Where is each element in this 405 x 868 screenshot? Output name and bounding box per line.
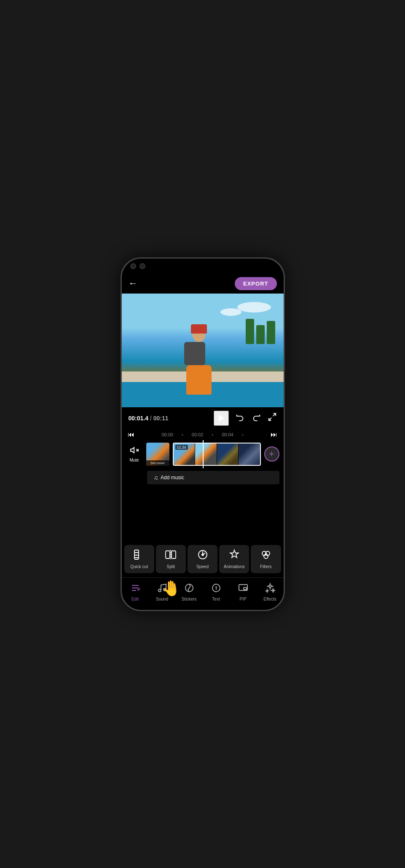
- stickers-icon: [184, 583, 194, 596]
- add-music-button[interactable]: ♫ Add music: [147, 471, 279, 484]
- nav-label-sound: Sound: [156, 597, 168, 601]
- person-hat: [191, 324, 207, 334]
- time-display: 00:01.4 / 00:11: [129, 415, 169, 422]
- play-button[interactable]: [214, 411, 229, 426]
- video-scene: [122, 294, 284, 407]
- svg-line-1: [273, 414, 275, 416]
- person: [180, 327, 218, 395]
- person-body: [186, 329, 212, 395]
- cloud-1: [237, 302, 271, 312]
- set-cover-thumbnail[interactable]: Set cover: [146, 443, 169, 466]
- music-icon: ♫: [154, 474, 158, 481]
- pip-icon: [238, 583, 248, 596]
- svg-point-24: [164, 588, 166, 591]
- camera-notch: [130, 263, 145, 269]
- cloud-2: [220, 308, 241, 316]
- camera-dot-right: [139, 263, 145, 269]
- svg-point-23: [158, 589, 161, 592]
- split-icon: [165, 549, 176, 563]
- fullscreen-icon[interactable]: [268, 412, 277, 424]
- tool-animations[interactable]: Animations: [219, 545, 249, 573]
- redo-icon[interactable]: [252, 412, 261, 424]
- nav-label-text: Text: [212, 597, 220, 601]
- clip-duration-badge: 11.2s: [175, 445, 188, 450]
- filters-icon: [260, 549, 271, 563]
- svg-rect-29: [244, 588, 247, 590]
- svg-marker-3: [130, 448, 134, 453]
- svg-rect-10: [166, 551, 170, 558]
- marker-2: 00:04: [222, 432, 233, 437]
- tool-strip: Quick cut Split: [122, 541, 284, 577]
- tree-3: [267, 321, 275, 344]
- svg-line-2: [268, 418, 271, 420]
- camera-dot-left: [130, 263, 136, 269]
- trees: [246, 319, 275, 344]
- add-music-bar: ♫ Add music: [122, 468, 284, 487]
- svg-text:T: T: [215, 586, 217, 591]
- play-icon: [216, 413, 226, 423]
- add-clip-button[interactable]: +: [264, 446, 279, 462]
- timeline-markers: 00:00 • 00:02 • 00:04 •: [161, 432, 243, 437]
- add-music-label: Add music: [161, 475, 184, 481]
- edit-icon: [130, 583, 140, 596]
- mute-button[interactable]: Mute: [126, 446, 143, 462]
- nav-item-effects[interactable]: Effects: [257, 581, 284, 603]
- marker-1: 00:02: [192, 432, 204, 437]
- text-icon: T: [211, 583, 221, 596]
- bottom-nav: Edit Sound: [122, 577, 284, 610]
- sound-icon: [157, 583, 167, 596]
- speed-icon: [197, 549, 208, 563]
- nav-item-text[interactable]: T Text: [203, 581, 230, 603]
- animations-icon: [229, 549, 240, 563]
- tool-split[interactable]: Split: [156, 545, 186, 573]
- total-time: 00:11: [153, 415, 169, 422]
- clip-strip[interactable]: 11.2s: [173, 443, 261, 466]
- person-jacket: [186, 365, 212, 395]
- export-button[interactable]: EXPORT: [235, 277, 276, 290]
- video-preview: [122, 294, 284, 407]
- quick-cut-icon: [134, 549, 145, 563]
- mute-label: Mute: [129, 458, 139, 462]
- phone-inner: ← EXPORT: [122, 259, 284, 610]
- clip-timeline-wrapper: Mute Set cover 11.2s +: [122, 440, 284, 468]
- nav-item-stickers[interactable]: Stickers: [176, 581, 203, 603]
- camera-bar: [122, 259, 284, 274]
- video-controls: 00:01.4 / 00:11: [122, 407, 284, 429]
- svg-rect-11: [172, 551, 176, 558]
- clip-frame-4: [239, 443, 260, 465]
- time-separator: /: [150, 415, 153, 422]
- filters-label: Filters: [260, 564, 271, 569]
- clip-timeline: Mute Set cover 11.2s +: [122, 440, 284, 468]
- clip-frame-3: [217, 443, 239, 465]
- nav-label-stickers: Stickers: [182, 597, 197, 601]
- undo-icon[interactable]: [236, 412, 245, 424]
- quick-cut-label: Quick cut: [130, 564, 148, 569]
- svg-marker-0: [219, 415, 225, 422]
- nav-label-effects: Effects: [263, 597, 276, 601]
- tool-quick-cut[interactable]: Quick cut: [124, 545, 154, 573]
- clip-frame-2: [195, 443, 217, 465]
- mute-icon: [130, 446, 139, 457]
- nav-item-edit[interactable]: Edit: [122, 581, 149, 603]
- marker-0: 00:00: [161, 432, 173, 437]
- set-cover-label: Set cover: [146, 460, 169, 466]
- tool-filters[interactable]: Filters: [251, 545, 281, 573]
- current-time: 00:01.4: [129, 415, 148, 422]
- nav-label-pip: PIP: [239, 597, 246, 601]
- control-icons: [214, 411, 277, 426]
- timeline-start-button[interactable]: ⏮: [128, 431, 134, 438]
- nav-item-sound[interactable]: Sound: [149, 581, 176, 603]
- timeline-end-button[interactable]: ⏭: [271, 431, 277, 438]
- timeline-spacer: [122, 487, 284, 541]
- person-backpack: [184, 342, 205, 365]
- nav-item-pip[interactable]: PIP: [230, 581, 257, 603]
- person-head: [193, 329, 205, 342]
- nav-label-edit: Edit: [131, 597, 139, 601]
- split-label: Split: [167, 564, 175, 569]
- speed-label: Speed: [196, 564, 209, 569]
- back-button[interactable]: ←: [129, 278, 138, 289]
- tree-2: [256, 325, 265, 344]
- effects-icon: [265, 583, 275, 596]
- header: ← EXPORT: [122, 274, 284, 294]
- tool-speed[interactable]: Speed: [188, 545, 217, 573]
